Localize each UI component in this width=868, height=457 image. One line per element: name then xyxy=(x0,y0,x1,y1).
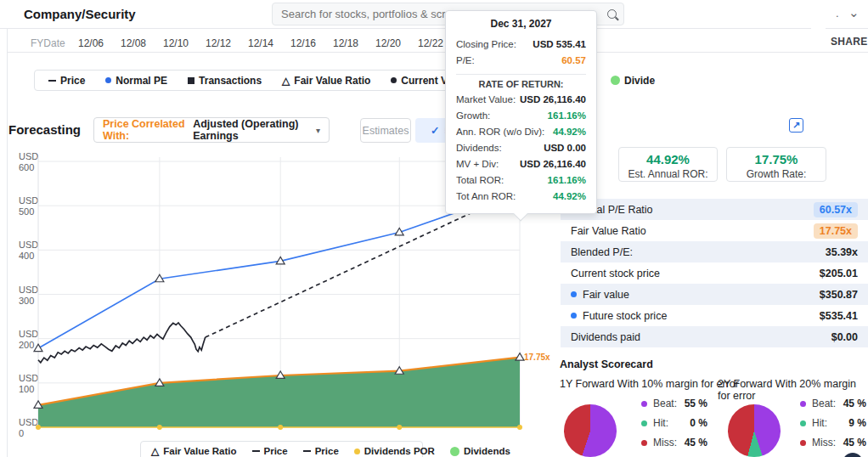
tooltip-row: P/E:60.57 xyxy=(456,53,586,69)
pie-chart-1y xyxy=(564,404,617,457)
share-button[interactable]: SHARE xyxy=(831,36,868,48)
pie-legend-row: Miss: 45 % xyxy=(800,437,866,449)
bottom-chart-legend: △Fair Value Ratio Price Price Dividends … xyxy=(140,441,423,457)
pie-legend-row: Beat: 55 % xyxy=(641,398,707,409)
normal-pe-badge: 60.57x xyxy=(814,202,858,217)
hit-dot-icon xyxy=(641,420,647,426)
stat-growth-rate: 17.75% Growth Rate: xyxy=(726,147,826,182)
chevron-down-icon[interactable]: ⌄ xyxy=(848,5,860,20)
tooltip-row: Market Value:USD 26,116.40 xyxy=(456,92,586,108)
svg-text:600: 600 xyxy=(19,162,34,172)
svg-text:USD: USD xyxy=(19,417,38,427)
stat-est-annual-ror: 44.92% Est. Annual ROR: xyxy=(618,147,718,182)
yellow-dot-icon xyxy=(354,449,360,454)
tooltip-date: Dec 31, 2027 xyxy=(456,18,586,30)
table-row: Normal P/E Ratio 60.57x xyxy=(561,199,868,220)
legend-item-fair-value-ratio[interactable]: △Fair Value Ratio xyxy=(151,446,237,456)
metrics-table: Normal P/E Ratio 60.57x Fair Value Ratio… xyxy=(561,199,868,347)
tooltip-row: Total ROR:161.16% xyxy=(456,172,586,189)
datapoint-tooltip: Dec 31, 2027 Closing Price:USD 535.41 P/… xyxy=(445,10,597,214)
svg-text:0: 0 xyxy=(19,428,24,438)
svg-text:USD: USD xyxy=(19,195,38,206)
pie-chart-2y xyxy=(728,404,781,457)
stat-value: 44.92% xyxy=(619,152,717,166)
miss-dot-icon xyxy=(641,440,647,446)
hit-dot-icon xyxy=(800,420,806,426)
table-row: Dividends paid $0.00 xyxy=(561,326,868,347)
pie-legend-row: Hit: 0 % xyxy=(641,417,707,429)
account-label: . xyxy=(836,7,839,20)
legend-item-price-2[interactable]: Price xyxy=(303,446,339,456)
tooltip-section-header: RATE OF RETURN: xyxy=(456,79,586,89)
beat-dot-icon xyxy=(800,401,806,407)
svg-text:100: 100 xyxy=(19,384,34,394)
green-circle-icon xyxy=(611,76,620,85)
table-row: Blended P/E: 35.39x xyxy=(561,241,868,262)
svg-text:USD: USD xyxy=(19,329,38,339)
legend-item-dividends[interactable]: Divide xyxy=(611,75,655,87)
app-window: Company/Security . ⌄ FYDate 12/06 12/08 … xyxy=(0,0,868,457)
header-divider-right xyxy=(826,28,868,29)
tooltip-row: Tot Ann ROR:44.92% xyxy=(456,189,586,205)
pie-legend-row: Miss: 45 % xyxy=(641,437,707,449)
table-row: Fair Value Ratio 17.75x xyxy=(561,220,868,241)
chat-bubble-button[interactable] xyxy=(843,453,863,457)
tooltip-row: Growth:161.16% xyxy=(456,108,586,124)
search-icon[interactable] xyxy=(607,9,617,19)
dash-marker-icon xyxy=(252,450,260,452)
svg-text:USD: USD xyxy=(19,373,38,383)
svg-text:500: 500 xyxy=(19,206,34,217)
beat-dot-icon xyxy=(641,401,647,407)
triangle-marker-icon: △ xyxy=(151,447,159,455)
tooltip-row: Ann. ROR (w/o Div):44.92% xyxy=(456,124,586,140)
tooltip-row: Closing Price:USD 535.41 xyxy=(456,37,586,53)
svg-text:USD: USD xyxy=(19,151,38,161)
stat-label: Growth Rate: xyxy=(727,168,826,180)
table-row: Future stock price $535.41 xyxy=(561,305,868,326)
miss-dot-icon xyxy=(800,440,806,446)
svg-text:400: 400 xyxy=(19,251,34,261)
green-circle-icon xyxy=(450,447,459,456)
tooltip-divider xyxy=(456,74,586,75)
legend-item-price[interactable]: Price xyxy=(252,446,288,456)
svg-text:USD: USD xyxy=(19,240,38,250)
legend-item-dividends-por[interactable]: Dividends POR xyxy=(354,446,435,456)
external-link-icon[interactable]: ↗ xyxy=(789,118,803,133)
fair-value-ratio-badge: 17.75x xyxy=(814,223,858,239)
analyst-scorecard-title: Analyst Scorecard xyxy=(560,358,653,370)
stat-value: 17.75% xyxy=(727,152,826,166)
svg-text:USD: USD xyxy=(19,285,38,295)
tooltip-row: MV + Div:USD 26,116.40 xyxy=(456,156,586,172)
table-row: Fair value $350.87 xyxy=(561,284,868,305)
pie-legend-row: Beat: 45 % xyxy=(800,398,866,409)
tooltip-row: Dividends:USD 0.00 xyxy=(456,140,586,156)
svg-text:17.75x: 17.75x xyxy=(524,353,550,362)
table-row: Current stock price $205.01 xyxy=(561,262,868,284)
svg-text:200: 200 xyxy=(19,340,34,350)
pie-legend-row: Hit: 9 % xyxy=(800,417,866,429)
legend-item-dividends[interactable]: Dividends xyxy=(450,446,510,456)
stat-label: Est. Annual ROR: xyxy=(619,168,717,180)
blue-bullet-icon xyxy=(571,291,577,297)
blue-bullet-icon xyxy=(571,313,577,319)
scorecard-subtitle-1y: 1Y Forward With 10% margin for error xyxy=(560,378,739,390)
dash-marker-icon xyxy=(303,450,311,452)
svg-text:300: 300 xyxy=(19,296,34,306)
